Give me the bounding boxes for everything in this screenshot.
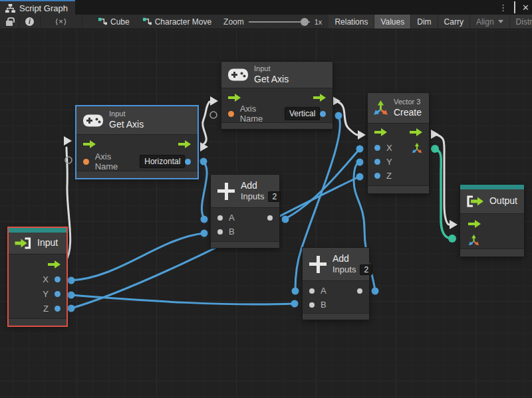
value-output-port[interactable] [320,111,326,117]
tab-title: Script Graph [19,3,68,13]
close-icon[interactable]: ✕ [522,3,529,12]
axis-name-label: Axis Name [95,151,136,171]
z-label: Z [386,171,392,181]
node-get-axis-horizontal[interactable]: Input Get Axis Axis Name Horizontal [76,106,198,178]
code-icon: ⟨×⟩ [55,17,67,26]
node-input[interactable]: Input X Y Z [9,228,66,326]
node-category: Input [254,64,289,74]
axis-name-value[interactable]: Vertical [285,107,320,120]
info-button[interactable]: i [19,15,41,29]
control-input-port[interactable] [468,220,481,228]
y-label: Y [386,157,392,167]
script-graph-asset-icon [143,17,152,26]
axis-name-port[interactable] [228,111,234,117]
gamepad-icon [228,68,248,81]
node-footer [460,249,524,256]
node-footer [211,241,279,248]
breadcrumb-label: Character Move [155,17,211,27]
toggle-carry[interactable]: Carry [438,15,470,29]
axis-name-port[interactable] [83,159,89,165]
node-title: Output [489,195,517,207]
control-output-port[interactable] [48,260,61,268]
node-add-1[interactable]: Add Inputs 2 A B [211,175,279,248]
control-input-port[interactable] [83,140,96,148]
breadcrumb-label: Cube [110,17,130,27]
node-footer [368,185,429,193]
node-title: Get Axis [109,119,144,131]
control-input-port[interactable] [374,128,387,136]
node-get-axis-vertical[interactable]: Input Get Axis Axis Name Vertical [221,62,332,129]
vector-input-port[interactable] [468,235,479,246]
maximize-icon[interactable] [514,3,515,12]
node-footer [303,313,369,320]
node-title: Create [394,107,422,119]
vector-output-port[interactable] [412,143,422,153]
inputs-label: Inputs [241,191,264,202]
info-icon: i [25,17,34,26]
vector3-icon [373,100,388,116]
breadcrumb-character-move[interactable]: Character Move [136,15,218,29]
tab-bar: Script Graph ⋮ ✕ [0,0,532,15]
input-a-label: A [321,286,327,296]
node-add-2[interactable]: Add Inputs 2 A B [303,248,369,320]
script-graph-window: Script Graph ⋮ ✕ i ⟨×⟩ Cube C [0,0,532,398]
graph-hierarchy-icon [5,4,15,13]
node-category: Input [109,110,144,119]
axis-name-value[interactable]: Horizontal [140,155,185,168]
input-a-port[interactable] [217,215,223,221]
script-graph-asset-icon [98,17,107,26]
node-output[interactable]: Output [460,185,524,256]
toggle-relations[interactable]: Relations [329,15,374,29]
add-icon [217,183,235,200]
control-input-port[interactable] [228,94,241,102]
sum-output-port[interactable] [357,288,362,294]
graph-toolbar: i ⟨×⟩ Cube Character Move Zoom [0,15,532,29]
dropdown-align[interactable]: Align [470,15,510,29]
input-b-port[interactable] [309,302,315,308]
y-label: Y [43,289,49,299]
graph-port-accent [9,228,66,233]
sum-output-port[interactable] [267,215,273,221]
node-title: Get Axis [254,74,289,86]
control-output-port[interactable] [410,128,422,136]
graph-port-accent [460,185,524,189]
zoom-slider[interactable] [249,18,310,26]
x-input-port[interactable] [374,145,380,151]
node-vector3-create[interactable]: Vector 3 Create X Y Z [368,93,429,193]
tab-script-graph[interactable]: Script Graph [0,0,75,15]
x-label: X [386,143,392,153]
node-title: Add [332,253,372,265]
toggle-values[interactable]: Values [374,15,411,29]
menu-more-icon[interactable]: ⋮ [499,3,507,12]
y-input-port[interactable] [374,159,380,165]
control-output-port[interactable] [313,94,326,102]
output-icon [467,195,484,207]
toggle-dim[interactable]: Dim [411,15,438,29]
add-icon [309,256,327,273]
node-category: Vector 3 [394,98,422,107]
zoom-label: Zoom [223,17,244,27]
code-preview-button[interactable]: ⟨×⟩ [41,15,82,29]
inputs-count-field[interactable]: 2 [360,264,372,275]
input-b-port[interactable] [217,229,223,235]
z-input-port[interactable] [374,173,380,179]
zoom-slider-handle[interactable] [301,18,309,26]
value-output-port[interactable] [185,159,191,165]
chevron-down-icon [498,20,503,23]
control-output-port[interactable] [178,140,191,148]
z-output-port[interactable] [55,306,61,312]
x-output-port[interactable] [55,276,61,282]
input-b-label: B [229,227,235,237]
axis-name-label: Axis Name [240,104,280,124]
breadcrumb-root-cube[interactable]: Cube [92,15,136,29]
z-label: Z [43,304,49,314]
dropdown-distribute[interactable]: Distribute [510,15,532,29]
zoom-value: 1x [315,18,323,26]
lock-button[interactable] [0,15,19,29]
y-output-port[interactable] [55,291,61,297]
input-icon [14,237,32,249]
node-footer [76,171,198,178]
node-title: Input [37,237,58,249]
input-a-port[interactable] [309,288,315,294]
inputs-count-field[interactable]: 2 [268,191,281,202]
